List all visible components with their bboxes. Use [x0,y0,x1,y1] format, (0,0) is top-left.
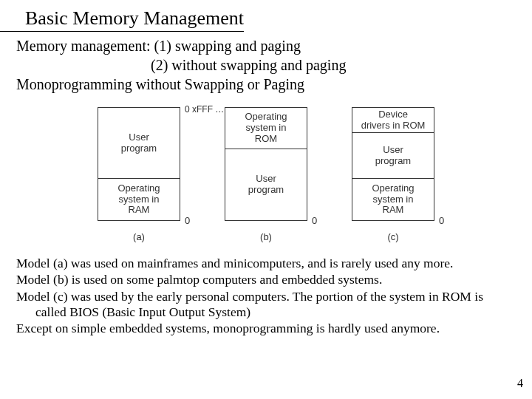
intro-line-1: Memory management: (1) swapping and pagi… [16,36,532,55]
addr-zero-a: 0 [185,215,190,226]
diagram-a: 0 xFFF … Userprogram Operatingsystem inR… [98,107,180,242]
seg-a-os: Operatingsystem inRAM [98,179,180,220]
note-d: Except on simple embedded systems, monop… [16,321,510,336]
note-b: Model (b) is used on some palmtop comput… [16,272,510,287]
seg-c-os: Operatingsystem inRAM [352,179,434,220]
seg-a-user: Userprogram [98,108,180,179]
addr-zero-b: 0 [312,215,317,226]
note-c: Model (c) was used by the early personal… [16,289,510,321]
intro-block: Memory management: (1) swapping and pagi… [0,32,532,94]
page-number: 4 [517,377,523,390]
addr-top-label: 0 xFFF … [185,104,224,115]
intro-line-3: Monoprogramming without Swapping or Pagi… [16,75,532,94]
seg-c-user: Userprogram [352,133,434,179]
caption-b: (b) [260,231,272,242]
seg-b-os: Operatingsystem inROM [225,108,307,149]
slide-title: Basic Memory Management [0,0,244,32]
intro-line-2: (2) without swapping and paging [16,55,532,75]
notes-block: Model (a) was used on mainframes and min… [0,242,532,337]
addr-zero-c: 0 [439,215,444,226]
seg-b-user: Userprogram [225,149,307,220]
caption-c: (c) [387,231,398,242]
note-a: Model (a) was used on mainframes and min… [16,256,510,271]
diagram-c: Devicedrivers in ROM Userprogram Operati… [352,107,434,242]
seg-c-drivers: Devicedrivers in ROM [352,108,434,133]
memory-diagram: 0 xFFF … Userprogram Operatingsystem inR… [0,107,532,242]
diagram-b: Operatingsystem inROM Userprogram 0 (b) [225,107,307,242]
caption-a: (a) [133,231,145,242]
